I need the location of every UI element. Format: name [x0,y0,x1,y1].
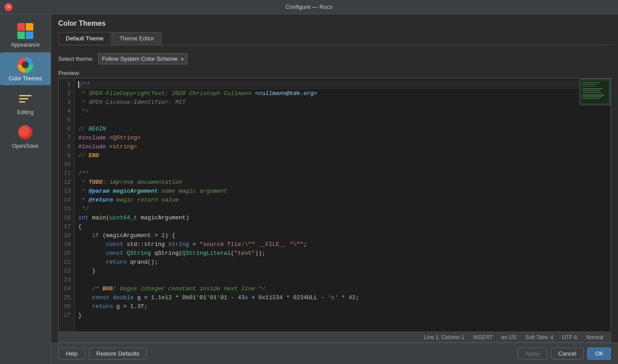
cancel-button[interactable]: Cancel [551,348,584,360]
bottom-right-buttons: Apply Cancel OK [518,348,611,360]
tab-theme-editor[interactable]: Theme Editor [112,32,162,45]
preview-thumbnail [579,79,610,105]
window-title: Configure — Rocs [285,4,332,10]
main-content: Appearance Color Themes Editing Open/Sav… [0,14,618,364]
ok-button[interactable]: OK [587,348,611,360]
svg-rect-1 [582,82,600,83]
help-button[interactable]: Help [58,348,85,360]
sidebar-item-appearance[interactable]: Appearance [0,19,51,51]
close-button[interactable]: ✕ [4,3,12,11]
panel-title: Color Themes [58,20,611,28]
sidebar-item-color-themes[interactable]: Color Themes [0,52,51,85]
svg-rect-3 [582,86,596,87]
sidebar-item-label-open-save: Open/Save [12,143,39,149]
bottom-left-buttons: Help Restore Defaults [58,348,147,360]
apply-button[interactable]: Apply [518,348,547,360]
svg-rect-8 [582,96,602,97]
window: ✕ Configure — Rocs Appearance Color Them… [0,0,618,364]
tabs: Default Theme Theme Editor [58,32,611,45]
theme-controls: Select theme: Follow System Color Scheme [51,50,618,68]
sidebar-item-label-editing: Editing [17,109,34,115]
status-tabs: Soft Tabs: 4 [525,334,553,340]
status-mode: INSERT [473,334,493,340]
sidebar-item-editing[interactable]: Editing [0,86,51,119]
sidebar-item-label-appearance: Appearance [11,42,40,48]
line-numbers: 1234567891011121314151617181920212223242… [59,79,75,332]
svg-rect-5 [582,90,599,91]
bottom-bar: Help Restore Defaults Apply Cancel OK [51,343,618,364]
theme-select[interactable]: Follow System Color Scheme [98,53,187,64]
theme-select-wrapper[interactable]: Follow System Color Scheme [98,53,187,64]
color-themes-icon [16,56,34,74]
sidebar-item-open-save[interactable]: Open/Save [0,120,51,153]
svg-rect-2 [582,84,598,85]
appearance-icon [16,22,34,40]
svg-rect-9 [582,98,599,99]
svg-rect-4 [582,88,602,89]
code-content[interactable]: /** * SPDX-FileCopyrightText: 2020 Chris… [75,79,610,332]
sidebar-item-label-color-themes: Color Themes [8,75,42,82]
status-position: Line 1, Column 1 [424,334,464,340]
svg-rect-7 [582,95,605,95]
tab-default-theme[interactable]: Default Theme [58,32,111,45]
open-save-icon [16,123,34,141]
restore-defaults-button[interactable]: Restore Defaults [89,348,147,360]
status-encoding: UTF-8 [562,334,577,340]
titlebar: ✕ Configure — Rocs [0,0,618,14]
editing-icon [16,90,34,107]
preview-label: Preview: [51,68,618,78]
sidebar: Appearance Color Themes Editing Open/Sav… [0,14,51,364]
status-syntax: Normal [586,334,603,340]
svg-rect-6 [582,92,601,93]
theme-select-label: Select theme: [58,55,94,62]
main-panel: Color Themes Default Theme Theme Editor … [51,14,618,364]
status-locale: en US [502,334,516,340]
statusbar: Line 1, Column 1 INSERT en US Soft Tabs:… [58,332,611,343]
panel-header: Color Themes Default Theme Theme Editor [51,14,618,50]
editor-area: 1234567891011121314151617181920212223242… [58,78,611,332]
